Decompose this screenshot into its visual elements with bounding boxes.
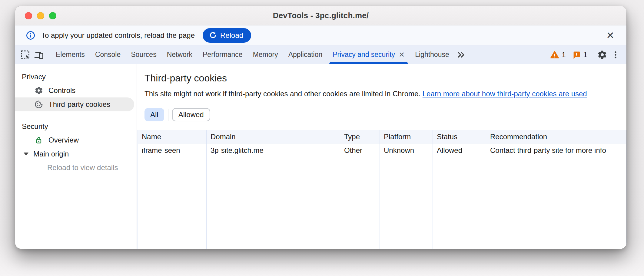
cookie-icon [34,100,44,109]
tab-lighthouse[interactable]: Lighthouse [410,45,454,64]
sidebar-gap [15,111,137,120]
info-icon [25,30,36,41]
table-filler-column [340,157,380,249]
sidebar-item-overview[interactable]: Overview [15,133,134,147]
page-title: Third-party cookies [144,73,614,84]
sidebar-item-label: Third-party cookies [48,100,110,109]
privacy-security-sidebar: Privacy Controls Third-party cookies Sec… [15,64,137,249]
tab-network[interactable]: Network [162,45,198,64]
lock-icon [34,135,44,145]
warning-count: 1 [562,51,566,59]
tab-close-icon[interactable]: ✕ [399,51,405,59]
sidebar-item-label: Overview [48,136,79,144]
tab-privacy-and-security[interactable]: Privacy and security ✕ [327,45,410,64]
infobar-close-icon[interactable]: ✕ [605,29,616,41]
sidebar-item-third-party-cookies[interactable]: Third-party cookies [15,97,134,111]
issues-icon [572,50,581,59]
reload-infobar: To apply your updated controls, reload t… [15,25,626,45]
traffic-lights [25,6,56,25]
filter-chip-allowed[interactable]: Allowed [172,108,210,121]
reload-button-label: Reload [220,31,243,40]
infobar-message: To apply your updated controls, reload t… [41,31,195,40]
issues-badge[interactable]: 1 [572,50,587,59]
chip-divider [168,109,168,121]
gear-icon [34,86,44,95]
tab-performance[interactable]: Performance [198,45,248,64]
toolbar-divider [48,50,48,60]
panel-description: This site might not work if third-party … [144,89,614,99]
toolbar-divider-right [593,50,593,60]
devtools-toolbar: Elements Console Sources Network Perform… [15,45,626,64]
inspect-element-icon[interactable] [19,48,32,61]
column-header-name: Name [138,130,207,143]
more-options-icon[interactable] [609,48,622,61]
zoom-window-button[interactable] [49,12,56,19]
table-row-cell-domain[interactable]: 3p-site.glitch.me [207,143,340,157]
sidebar-section-security: Security [15,120,137,133]
sidebar-item-label: Main origin [33,150,69,158]
column-header-status: Status [433,130,486,143]
tab-sources[interactable]: Sources [126,45,161,64]
panel-header: Third-party cookies This site might not … [137,64,626,121]
table-row-cell-recommendation[interactable]: Contact third-party site for more info [486,143,626,157]
table-filler-column [486,157,626,249]
column-header-type: Type [340,130,380,143]
sidebar-item-main-origin[interactable]: Main origin [15,147,134,161]
sidebar-item-controls[interactable]: Controls [15,84,134,97]
minimize-window-button[interactable] [37,12,44,19]
learn-more-link[interactable]: Learn more about how third-party cookies… [423,90,587,98]
close-window-button[interactable] [25,12,32,19]
issue-count: 1 [583,51,587,59]
table-filler-column [207,157,340,249]
more-tabs-icon[interactable] [454,48,468,61]
sidebar-section-privacy: Privacy [15,70,137,84]
third-party-cookies-panel: Third-party cookies This site might not … [137,64,626,249]
filter-chips: All Allowed [144,108,614,121]
devtools-window: DevTools - 3pc.glitch.me/ To apply your … [15,6,626,249]
titlebar: DevTools - 3pc.glitch.me/ [15,6,626,25]
reload-icon [209,31,217,40]
tab-elements[interactable]: Elements [51,45,90,64]
column-header-platform: Platform [380,130,433,143]
active-tab-underline [329,62,408,64]
table-row-cell-type[interactable]: Other [340,143,380,157]
filter-chip-all[interactable]: All [144,108,164,121]
warning-icon [550,50,559,59]
settings-gear-icon[interactable] [596,48,609,61]
table-filler-column [380,157,433,249]
cookies-table: Name Domain Type Platform Status Recomme… [138,130,626,249]
warnings-badge[interactable]: 1 [550,50,566,59]
tab-memory[interactable]: Memory [248,45,283,64]
panel-content: Privacy Controls Third-party cookies Sec… [15,64,626,249]
description-text: This site might not work if third-party … [144,90,420,98]
tab-console[interactable]: Console [90,45,126,64]
tab-application[interactable]: Application [283,45,328,64]
column-header-recommendation: Recommendation [486,130,626,143]
table-filler-column [138,157,207,249]
table-row-cell-status[interactable]: Allowed [433,143,486,157]
table-filler-column [433,157,486,249]
device-toolbar-icon[interactable] [32,48,45,61]
triangle-expander-icon[interactable] [24,153,28,156]
column-header-domain: Domain [207,130,340,143]
reload-to-view-details-note: Reload to view details [15,161,137,174]
window-title: DevTools - 3pc.glitch.me/ [273,11,369,20]
table-row-cell-platform[interactable]: Unknown [380,143,433,157]
table-row-cell-name[interactable]: iframe-seen [138,143,207,157]
reload-button[interactable]: Reload [203,28,251,43]
sidebar-item-label: Controls [48,86,75,95]
